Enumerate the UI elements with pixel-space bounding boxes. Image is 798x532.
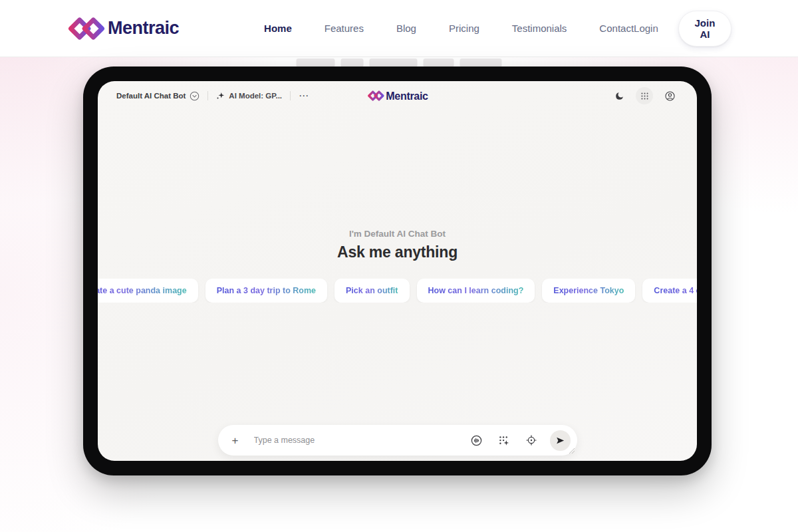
- model-selector-label: AI Model: GP...: [229, 92, 282, 100]
- composer: +: [218, 425, 577, 456]
- crosshair-icon: [525, 434, 537, 446]
- grid-dots-icon: [640, 92, 649, 100]
- app-brand-name: Mentraic: [386, 90, 428, 102]
- suggestion-chip[interactable]: Pick an outfit: [334, 279, 409, 303]
- nav-link-home[interactable]: Home: [264, 23, 292, 34]
- suggestion-chip-label: Plan a 3 day trip to Rome: [217, 286, 316, 295]
- suggestion-chip[interactable]: Experience Tokyo: [542, 279, 635, 303]
- bot-selector[interactable]: Default AI Chat Bot: [116, 91, 200, 101]
- suggestion-chip-label: Experience Tokyo: [553, 286, 624, 295]
- mentraic-logo-icon: [66, 15, 106, 43]
- attach-plus-button[interactable]: +: [226, 431, 245, 450]
- top-navbar: Mentraic HomeFeaturesBlogPricingTestimon…: [0, 0, 798, 57]
- locate-button[interactable]: [523, 432, 540, 449]
- ask-anything-title: Ask me anything: [98, 243, 697, 261]
- nav-link-features[interactable]: Features: [325, 23, 364, 34]
- apps-grid-button[interactable]: [636, 87, 653, 104]
- nav-links: HomeFeaturesBlogPricingTestimonialsConta…: [264, 23, 634, 34]
- chevron-down-circle-icon: [190, 91, 200, 101]
- moon-icon: [614, 91, 624, 101]
- join-ai-button[interactable]: Join AI: [678, 11, 732, 47]
- nav-link-contact[interactable]: Contact: [599, 23, 634, 34]
- send-icon: [555, 436, 565, 446]
- model-selector[interactable]: AI Model: GP...: [216, 92, 282, 100]
- resize-grip[interactable]: [569, 448, 575, 454]
- toolbar-divider: [290, 91, 291, 100]
- toolbar-left: Default AI Chat Bot AI Model: GP...: [116, 90, 309, 102]
- dark-mode-toggle[interactable]: [610, 87, 628, 104]
- composer-icons: [468, 430, 571, 451]
- sparkle-icon: [216, 92, 225, 100]
- send-button[interactable]: [550, 430, 571, 451]
- toolbar-divider: [207, 91, 208, 100]
- app-brand-logo[interactable]: Mentraic: [366, 90, 428, 102]
- suggestion-chip-label: Generate a cute panda image: [98, 286, 187, 295]
- ai-tools-button[interactable]: [495, 432, 513, 449]
- app-toolbar: Default AI Chat Bot AI Model: GP...: [98, 81, 697, 110]
- bot-intro-subtitle: I'm Default AI Chat Bot: [98, 229, 697, 239]
- toolbar-right: [610, 87, 678, 104]
- suggestion-chip[interactable]: How can I learn coding?: [417, 279, 535, 303]
- nav-link-testimonials[interactable]: Testimonials: [512, 23, 567, 34]
- dots-sparkle-icon: [498, 435, 509, 446]
- suggestion-chip-label: How can I learn coding?: [428, 286, 524, 295]
- bot-selector-label: Default AI Chat Bot: [116, 92, 186, 100]
- hero-section: Default AI Chat Bot AI Model: GP...: [0, 57, 798, 532]
- mentraic-logo-icon: [366, 90, 384, 102]
- nav-actions: Login Join AI: [634, 11, 732, 47]
- nav-link-blog[interactable]: Blog: [396, 23, 416, 34]
- brand-name: Mentraic: [108, 18, 179, 39]
- tablet-mockup: Default AI Chat Bot AI Model: GP...: [83, 66, 712, 475]
- suggestion-chip[interactable]: Create a 4 course menu: [642, 279, 697, 303]
- suggestion-chip-label: Create a 4 course menu: [654, 286, 697, 295]
- profile-button[interactable]: [661, 87, 678, 104]
- voice-input-button[interactable]: [468, 432, 485, 449]
- nav-link-pricing[interactable]: Pricing: [449, 23, 479, 34]
- suggestions-row: Generate a cute panda imagePlan a 3 day …: [98, 279, 697, 303]
- more-options-button[interactable]: ⋯: [299, 90, 309, 102]
- message-input[interactable]: [254, 436, 468, 445]
- suggestion-chip[interactable]: Plan a 3 day trip to Rome: [205, 279, 327, 303]
- suggestions-viewport: Generate a cute panda imagePlan a 3 day …: [98, 279, 697, 303]
- user-profile-icon: [664, 90, 676, 102]
- voice-waveform-icon: [470, 434, 483, 447]
- brand-logo[interactable]: Mentraic: [66, 15, 179, 43]
- chat-app-screen: Default AI Chat Bot AI Model: GP...: [98, 81, 697, 461]
- suggestion-chip-label: Pick an outfit: [346, 286, 398, 295]
- chat-hero: I'm Default AI Chat Bot Ask me anything: [98, 229, 697, 261]
- login-link[interactable]: Login: [634, 23, 658, 34]
- suggestion-chip[interactable]: Generate a cute panda image: [98, 279, 198, 303]
